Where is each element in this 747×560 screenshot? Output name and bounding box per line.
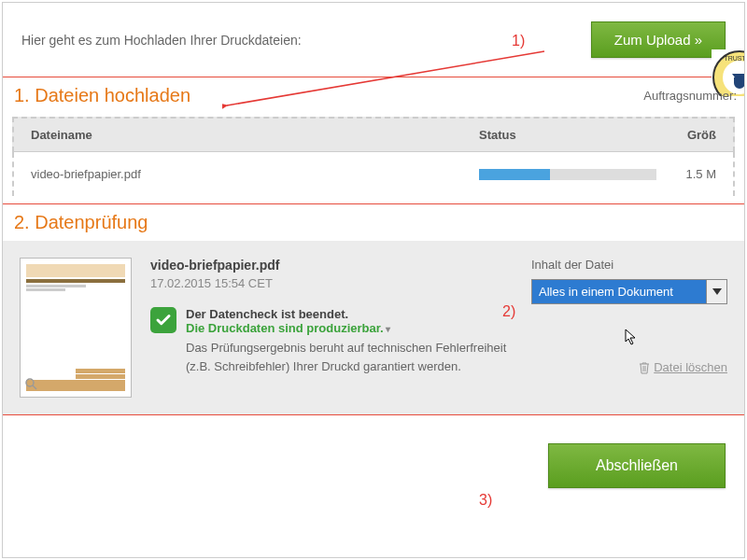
- section1-title: 1. Dateien hochladen: [3, 77, 744, 112]
- check-status-line1: Der Datencheck ist beendet.: [186, 307, 513, 321]
- svg-line-4: [33, 385, 36, 389]
- svg-point-3: [26, 379, 34, 386]
- magnify-icon[interactable]: [24, 377, 37, 393]
- annotation-1: 1): [512, 33, 525, 49]
- order-number-label: Auftragsnummer:: [643, 89, 737, 103]
- section2-title: 2. Datenprüfung: [3, 204, 744, 239]
- col-header-name: Dateiname: [31, 128, 479, 142]
- file-name-cell: video-briefpapier.pdf: [31, 167, 479, 181]
- file-thumbnail[interactable]: [20, 258, 132, 398]
- file-status-cell: [479, 169, 666, 180]
- col-header-status: Status: [479, 128, 666, 142]
- checkmark-icon: [150, 307, 176, 333]
- trash-icon: [639, 361, 650, 374]
- file-content-select[interactable]: Alles in einem Dokument: [531, 279, 727, 304]
- cursor-icon: [624, 328, 639, 349]
- finish-button[interactable]: Abschließen: [548, 443, 726, 488]
- file-table-header: Dateiname Status Größ: [12, 117, 735, 152]
- file-table-row: video-briefpapier.pdf 1.5 M: [12, 152, 735, 196]
- checked-file-date: 17.02.2015 15:54 CET: [150, 276, 513, 290]
- check-status-line2[interactable]: Die Druckdaten sind produzierbar.: [186, 321, 513, 335]
- file-content-label: Inhalt der Datei: [531, 258, 727, 272]
- svg-text:TRUSTED: TRUSTED: [724, 55, 744, 62]
- file-size-cell: 1.5 M: [666, 167, 716, 181]
- chevron-down-icon[interactable]: [706, 280, 726, 303]
- delete-file-link[interactable]: Datei löschen: [639, 360, 727, 374]
- check-status-line3: Das Prüfungsergebnis beruht auf technisc…: [186, 339, 513, 375]
- col-header-size: Größ: [666, 128, 716, 142]
- annotation-2: 2): [502, 303, 515, 320]
- upload-progress-bar: [479, 169, 656, 180]
- upload-prompt-text: Hier geht es zum Hochladen Ihrer Druckda…: [21, 33, 302, 48]
- annotation-3: 3): [479, 492, 492, 509]
- checked-file-name: video-briefpapier.pdf: [150, 258, 513, 273]
- select-value: Alles in einem Dokument: [532, 280, 706, 303]
- upload-button[interactable]: Zum Upload »: [591, 21, 726, 58]
